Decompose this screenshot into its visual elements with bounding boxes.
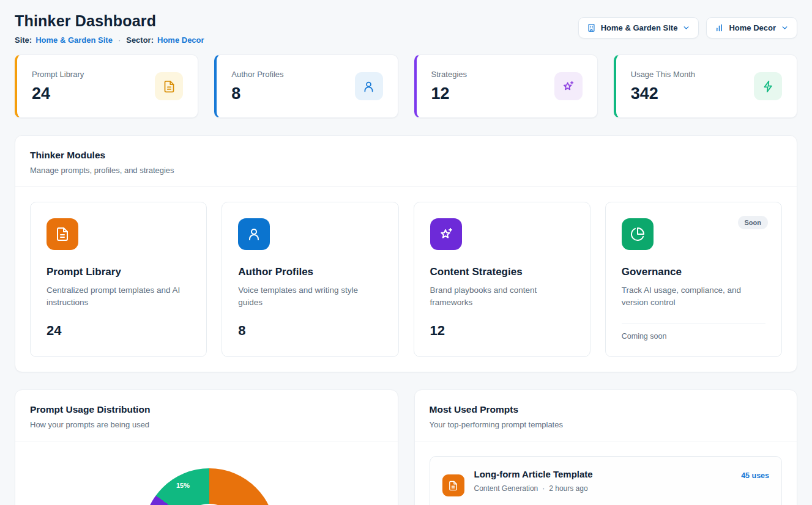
- divider: [622, 323, 765, 323]
- chevron-down-icon: [781, 24, 789, 32]
- prompt-meta: Content Generation · 2 hours ago: [474, 484, 732, 493]
- module-description: Centralized prompt templates and AI inst…: [47, 284, 190, 309]
- module-description: Brand playbooks and content frameworks: [430, 284, 574, 309]
- stat-card-strategies: Strategies 12: [414, 54, 598, 118]
- bar-chart-icon: [715, 23, 724, 32]
- sector-label: Sector:: [126, 35, 154, 45]
- donut-segment-label: 15%: [176, 482, 190, 489]
- module-card-content-strategies[interactable]: Content Strategies Brand playbooks and c…: [414, 202, 590, 357]
- stat-card-author-profiles: Author Profiles 8: [214, 54, 398, 118]
- modules-header: Thinker Modules Manage prompts, profiles…: [15, 136, 797, 187]
- module-card-prompt-library[interactable]: Prompt Library Centralized prompt templa…: [30, 202, 207, 357]
- sparkle-icon: [554, 72, 583, 100]
- section-title: Thinker Modules: [30, 150, 782, 161]
- most-used-prompts-card: Most Used Prompts Your top-performing pr…: [414, 389, 798, 505]
- sector-link[interactable]: Home Decor: [157, 35, 204, 45]
- prompts-header: Most Used Prompts Your top-performing pr…: [415, 390, 797, 441]
- separator: ·: [118, 35, 121, 45]
- site-selector[interactable]: Home & Garden Site: [578, 17, 699, 39]
- prompt-uses-badge: 45 uses: [741, 471, 769, 480]
- section-subtitle: Manage prompts, profiles, and strategies: [30, 166, 782, 175]
- module-description: Voice templates and writing style guides: [238, 284, 382, 309]
- modules-grid: Prompt Library Centralized prompt templa…: [15, 187, 797, 372]
- site-link[interactable]: Home & Garden Site: [35, 35, 113, 45]
- header-selectors: Home & Garden Site Home Decor: [578, 17, 797, 39]
- chevron-down-icon: [682, 24, 690, 32]
- stat-card-usage: Usage This Month 342: [614, 54, 797, 118]
- dashboard-page: Thinker Dashboard Site: Home & Garden Si…: [0, 0, 812, 505]
- header: Thinker Dashboard Site: Home & Garden Si…: [15, 12, 797, 45]
- stat-label: Prompt Library: [32, 70, 84, 79]
- prompt-list-item[interactable]: Long-form Article Template Content Gener…: [430, 456, 783, 505]
- prompt-usage-card: Prompt Usage Distribution How your promp…: [15, 389, 398, 505]
- prompt-category: Content Generation: [474, 484, 538, 493]
- document-icon: [47, 218, 78, 250]
- card-subtitle: How your prompts are being used: [30, 420, 383, 429]
- sector-selector-label: Home Decor: [729, 23, 776, 32]
- module-title: Content Strategies: [430, 266, 574, 278]
- stat-text: Author Profiles 8: [231, 70, 283, 103]
- stat-value: 24: [32, 84, 84, 103]
- card-title: Most Used Prompts: [430, 404, 783, 415]
- usage-donut[interactable]: 15%: [143, 468, 275, 505]
- page-title: Thinker Dashboard: [15, 12, 204, 30]
- bottom-row: Prompt Usage Distribution How your promp…: [15, 389, 797, 505]
- stat-label: Strategies: [431, 70, 467, 79]
- separator: ·: [542, 484, 545, 493]
- site-selector-label: Home & Garden Site: [601, 23, 678, 32]
- stat-label: Usage This Month: [631, 70, 695, 79]
- card-title: Prompt Usage Distribution: [30, 404, 383, 415]
- module-title: Prompt Library: [47, 266, 190, 278]
- prompt-time: 2 hours ago: [549, 484, 587, 493]
- prompt-title: Long-form Article Template: [474, 469, 732, 479]
- header-left: Thinker Dashboard Site: Home & Garden Si…: [15, 12, 204, 45]
- stat-value: 8: [231, 84, 283, 103]
- breadcrumb: Site: Home & Garden Site · Sector: Home …: [15, 35, 204, 45]
- sector-selector[interactable]: Home Decor: [706, 17, 797, 39]
- stat-text: Strategies 12: [431, 70, 467, 103]
- module-count: 24: [47, 323, 190, 339]
- module-title: Governance: [622, 266, 765, 278]
- sparkle-icon: [430, 218, 462, 250]
- site-label: Site:: [15, 35, 32, 45]
- stat-value: 342: [631, 84, 695, 103]
- document-icon: [442, 474, 464, 496]
- user-icon: [238, 218, 270, 250]
- module-card-author-profiles[interactable]: Author Profiles Voice templates and writ…: [222, 202, 398, 357]
- stat-text: Prompt Library 24: [32, 70, 84, 103]
- module-description: Track AI usage, compliance, and version …: [622, 284, 765, 309]
- stat-value: 12: [431, 84, 467, 103]
- thinker-modules-section: Thinker Modules Manage prompts, profiles…: [15, 135, 797, 372]
- module-count: 12: [430, 323, 574, 339]
- module-count: 8: [238, 323, 382, 339]
- module-card-governance[interactable]: Soon Governance Track AI usage, complian…: [605, 202, 782, 357]
- building-icon: [587, 23, 596, 32]
- usage-chart-area: 15%: [15, 441, 398, 505]
- card-subtitle: Your top-performing prompt templates: [430, 420, 783, 429]
- bolt-icon: [754, 72, 782, 100]
- user-icon: [355, 72, 383, 100]
- document-icon: [155, 72, 183, 100]
- soon-badge: Soon: [738, 216, 769, 229]
- stat-text: Usage This Month 342: [631, 70, 695, 103]
- stats-row: Prompt Library 24 Author Profiles 8 Stra…: [15, 54, 797, 118]
- module-title: Author Profiles: [238, 266, 382, 278]
- usage-header: Prompt Usage Distribution How your promp…: [15, 390, 398, 441]
- stat-card-prompt-library: Prompt Library 24: [15, 54, 198, 118]
- pie-chart-icon: [622, 218, 654, 250]
- coming-soon-text: Coming soon: [622, 332, 765, 341]
- stat-label: Author Profiles: [231, 70, 283, 79]
- prompt-info: Long-form Article Template Content Gener…: [474, 469, 732, 493]
- prompt-list: Long-form Article Template Content Gener…: [415, 441, 797, 505]
